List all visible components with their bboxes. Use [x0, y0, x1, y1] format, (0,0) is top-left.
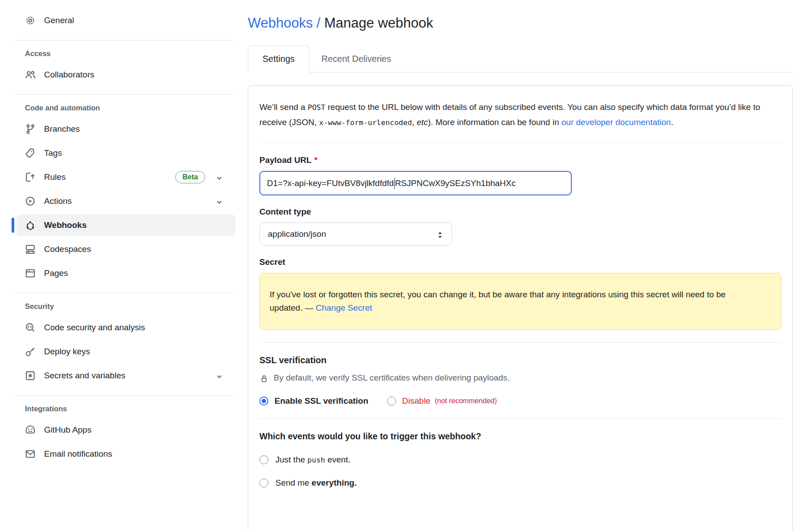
sidebar-item-label: Email notifications	[44, 449, 112, 459]
sidebar-item-label: Deploy keys	[44, 347, 90, 357]
key-icon	[25, 346, 36, 357]
gear-icon	[25, 15, 36, 26]
sidebar-item-tags[interactable]: Tags	[16, 142, 235, 164]
payload-url-input[interactable]: D1=?x-api-key=FUtvBV8vjlkfdfdfdRSJPNCwX9…	[259, 171, 572, 195]
intro-text: We’ll send a POST request to the URL bel…	[259, 100, 781, 130]
sidebar-divider	[13, 395, 235, 396]
webhooks-breadcrumb-link[interactable]: Webhooks /	[248, 15, 320, 31]
events-heading: Which events would you like to trigger t…	[259, 431, 781, 442]
sidebar-section-code-automation: Code and automation	[0, 104, 235, 112]
beta-badge: Beta	[175, 171, 205, 183]
ssl-note: By default, we verify SSL certificates w…	[259, 373, 781, 383]
sidebar-item-label: General	[44, 16, 74, 25]
disable-ssl-option[interactable]: Disable (not recommended)	[387, 396, 497, 406]
play-circle-icon	[25, 196, 36, 207]
sidebar-item-collaborators[interactable]: Collaborators	[16, 64, 235, 85]
payload-url-label: Payload URL*	[259, 155, 781, 165]
enable-ssl-option[interactable]: Enable SSL verification	[259, 396, 368, 406]
divider	[259, 142, 781, 143]
event-push-label: Just the push event.	[275, 455, 351, 465]
sidebar-item-codespaces[interactable]: Codespaces	[16, 239, 235, 260]
sidebar-item-label: Webhooks	[44, 220, 87, 230]
payload-url-value: D1=?x-api-key=FUtvBV8vjlkfdfdfd	[267, 178, 394, 188]
tab-recent-deliveries[interactable]: Recent Deliveries	[309, 46, 403, 72]
sidebar-item-general[interactable]: General	[16, 10, 235, 31]
select-updown-icon	[436, 230, 444, 239]
radio-enable-ssl[interactable]	[259, 397, 268, 405]
sidebar-item-branches[interactable]: Branches	[16, 118, 235, 140]
sidebar-item-label: Branches	[44, 124, 80, 134]
event-option-everything[interactable]: Send me everything.	[259, 478, 781, 488]
settings-sidebar: General Access Collaborators Code and au…	[0, 0, 235, 531]
content-type-value: application/json	[268, 229, 326, 239]
intro-etc: etc	[416, 118, 428, 127]
sidebar-item-email-notifications[interactable]: Email notifications	[16, 443, 235, 465]
sidebar-section-security: Security	[0, 302, 235, 311]
chevron-down-icon[interactable]	[215, 371, 224, 380]
sidebar-item-label: Actions	[44, 196, 72, 206]
page-title-text: Manage webhook	[324, 15, 433, 31]
sidebar-item-code-security[interactable]: Code security and analysis	[16, 317, 235, 338]
ssl-verification-heading: SSL verification	[259, 355, 781, 365]
page-title: Webhooks / Manage webhook	[248, 13, 793, 33]
github-apps-icon	[25, 425, 36, 435]
sidebar-section-integrations: Integrations	[0, 405, 235, 413]
asterisk-box-icon	[25, 370, 36, 381]
secret-flash-warning: If you've lost or forgotten this secret,…	[259, 273, 781, 330]
sidebar-item-actions[interactable]: Actions	[16, 191, 235, 212]
sidebar-item-github-apps[interactable]: GitHub Apps	[16, 419, 235, 441]
sidebar-divider	[13, 293, 235, 293]
rules-icon	[25, 172, 36, 182]
sidebar-item-secrets-variables[interactable]: Secrets and variables	[16, 365, 235, 386]
content-type-label: Content type	[259, 207, 781, 217]
radio-just-push[interactable]	[259, 455, 268, 464]
intro-code-urlencoded: x-www-form-urlencoded	[319, 118, 412, 127]
main-content: Webhooks / Manage webhook Settings Recen…	[248, 0, 793, 531]
sidebar-item-webhooks[interactable]: Webhooks	[16, 215, 235, 236]
event-option-push[interactable]: Just the push event.	[259, 455, 781, 465]
secret-label: Secret	[259, 257, 781, 267]
tab-settings[interactable]: Settings	[248, 45, 309, 73]
intro-part: .	[671, 118, 673, 127]
webhook-icon	[25, 220, 36, 231]
chevron-down-icon[interactable]	[215, 197, 224, 206]
webhook-settings-panel: We’ll send a POST request to the URL bel…	[248, 85, 793, 531]
tabnav: Settings Recent Deliveries	[248, 45, 793, 73]
people-icon	[25, 69, 36, 80]
tag-icon	[25, 148, 36, 158]
git-branch-icon	[25, 124, 36, 134]
mail-icon	[25, 449, 36, 459]
sidebar-item-label: GitHub Apps	[44, 425, 92, 435]
intro-part: ,	[412, 118, 417, 127]
sidebar-item-rules[interactable]: Rules Beta	[16, 166, 235, 188]
ssl-note-text: By default, we verify SSL certificates w…	[274, 373, 510, 383]
change-secret-link[interactable]: Change Secret	[316, 303, 372, 312]
developer-docs-link[interactable]: our developer documentation	[562, 118, 671, 127]
browser-icon	[25, 268, 36, 279]
push-code: push	[307, 456, 325, 464]
divider	[259, 342, 781, 343]
payload-url-value: RSJPNCwX9ySEzSYh1bhaHXc	[395, 178, 516, 188]
intro-part: We’ll send a	[259, 102, 307, 112]
sidebar-item-label: Secrets and variables	[44, 371, 125, 381]
divider	[259, 418, 781, 419]
disable-ssl-label: Disable	[402, 396, 430, 406]
radio-send-everything[interactable]	[259, 478, 268, 487]
enable-ssl-label: Enable SSL verification	[275, 396, 368, 406]
sidebar-item-label: Collaborators	[44, 70, 94, 80]
radio-disable-ssl[interactable]	[387, 397, 396, 405]
sidebar-item-deploy-keys[interactable]: Deploy keys	[16, 341, 235, 362]
sidebar-divider	[13, 94, 235, 95]
sidebar-item-label: Tags	[44, 148, 62, 158]
sidebar-item-label: Code security and analysis	[44, 323, 145, 332]
content-type-select[interactable]: application/json	[259, 223, 452, 246]
sidebar-item-label: Rules	[44, 172, 66, 182]
active-indicator	[12, 218, 14, 233]
sidebar-item-label: Pages	[44, 268, 68, 278]
intro-part: ). More information can be found in	[428, 118, 562, 127]
disable-ssl-note: (not recommended)	[435, 397, 497, 405]
code-scan-icon	[25, 322, 36, 333]
chevron-down-icon[interactable]	[215, 173, 224, 182]
event-everything-label: Send me everything.	[275, 478, 357, 488]
sidebar-item-pages[interactable]: Pages	[16, 263, 235, 284]
